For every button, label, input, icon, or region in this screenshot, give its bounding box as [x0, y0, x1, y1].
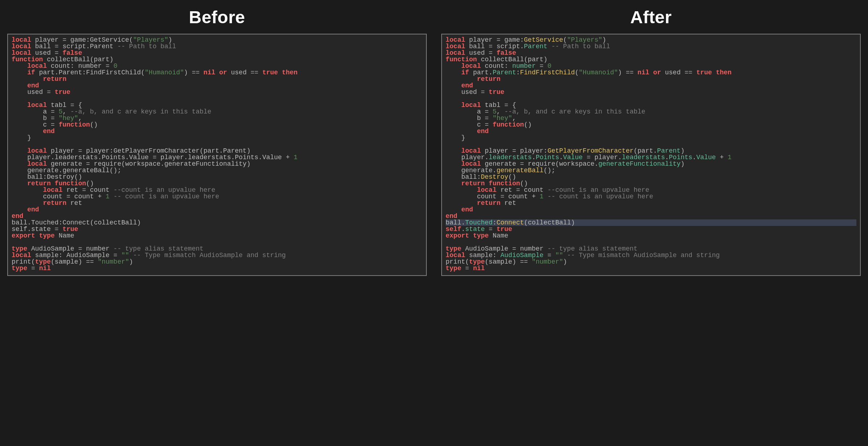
- before-heading: Before: [7, 7, 427, 27]
- before-column: Before local player = game:GetService("P…: [7, 7, 427, 276]
- after-column: After local player = game:GetService("Pl…: [441, 7, 861, 276]
- after-heading: After: [441, 7, 861, 27]
- comparison-wrap: Before local player = game:GetService("P…: [0, 0, 868, 287]
- before-code-block: local player = game:GetService("Players"…: [7, 34, 427, 276]
- after-code-block: local player = game:GetService("Players"…: [441, 34, 861, 276]
